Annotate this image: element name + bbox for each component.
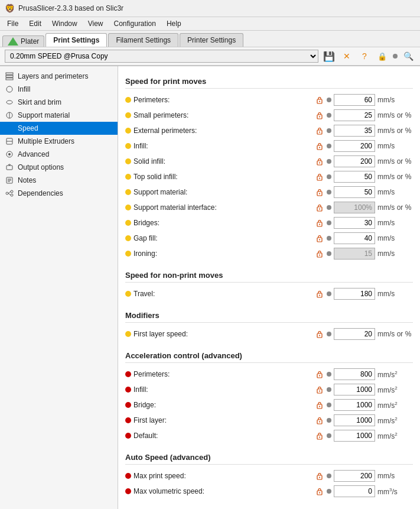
setting-input[interactable]	[334, 328, 375, 340]
svg-point-36	[319, 193, 320, 194]
setting-input[interactable]	[334, 171, 375, 183]
setting-input[interactable]	[334, 186, 375, 198]
tab-bar: Plater Print Settings Filament Settings …	[0, 31, 420, 47]
svg-point-24	[319, 101, 320, 102]
setting-input[interactable]	[334, 399, 375, 411]
menu-window[interactable]: Window	[47, 18, 82, 29]
setting-row: Bridge:mm/s2	[125, 397, 413, 413]
help-button[interactable]: ?	[357, 50, 372, 63]
setting-input[interactable]	[334, 140, 375, 152]
svg-point-58	[319, 437, 320, 438]
svg-point-28	[319, 132, 320, 133]
sidebar-item-speed[interactable]: Speed	[0, 122, 118, 135]
setting-input[interactable]	[334, 94, 375, 106]
setting-input[interactable]	[334, 384, 375, 395]
lock-icon[interactable]	[315, 172, 324, 181]
setting-input[interactable]	[334, 470, 375, 482]
setting-label: First layer:	[134, 416, 240, 424]
lock-icon[interactable]	[315, 416, 324, 425]
tab-filament-settings[interactable]: Filament Settings	[108, 33, 178, 47]
tab-print-settings[interactable]: Print Settings	[45, 33, 107, 47]
setting-bullet	[327, 489, 331, 494]
yellow-dot	[125, 174, 131, 180]
save-button[interactable]: 💾	[322, 50, 336, 63]
extruder-icon	[5, 137, 14, 146]
sidebar-item-label: Output options	[18, 163, 64, 171]
red-dot	[125, 488, 131, 494]
setting-label: Small perimeters:	[134, 111, 240, 119]
lock-icon[interactable]	[315, 329, 324, 339]
lock-icon[interactable]	[315, 203, 324, 212]
output-icon	[5, 163, 14, 172]
lock-icon[interactable]	[315, 187, 324, 197]
lock-icon[interactable]	[315, 431, 324, 440]
lock-icon[interactable]	[315, 487, 324, 496]
lock-dot	[393, 54, 398, 59]
lock-icon[interactable]	[315, 111, 324, 120]
svg-point-46	[319, 295, 320, 296]
setting-input[interactable]	[334, 248, 375, 260]
setting-input[interactable]	[334, 155, 375, 167]
sidebar-item-label: Notes	[18, 176, 36, 184]
sidebar-item-multiple-extruders[interactable]: Multiple Extruders	[0, 135, 118, 148]
setting-input[interactable]	[334, 430, 375, 442]
menu-view[interactable]: View	[83, 18, 108, 29]
svg-point-20	[11, 194, 13, 196]
help-icon: ?	[362, 51, 367, 61]
svg-point-19	[11, 190, 13, 193]
menu-help[interactable]: Help	[162, 18, 186, 29]
setting-input[interactable]	[334, 125, 375, 137]
lock-icon[interactable]	[315, 95, 324, 105]
svg-rect-0	[6, 73, 13, 74]
lock-icon[interactable]	[315, 141, 324, 151]
menu-configuration[interactable]: Configuration	[109, 18, 161, 29]
setting-bullet	[327, 144, 331, 148]
sidebar-item-output-options[interactable]: Output options	[0, 161, 118, 174]
notes-icon	[5, 176, 14, 185]
setting-input[interactable]	[334, 232, 375, 244]
setting-input[interactable]	[334, 485, 375, 497]
lock-icon[interactable]	[315, 126, 324, 135]
setting-unit: mm/s or %	[377, 157, 413, 166]
setting-unit: mm/s2	[377, 385, 413, 394]
sidebar-item-support-material[interactable]: Support material	[0, 109, 118, 122]
yellow-dot	[125, 112, 131, 118]
setting-input[interactable]	[334, 202, 375, 213]
lock-button[interactable]: 🔒	[375, 50, 389, 63]
profile-select[interactable]: 0.20mm SPEED @Prusa Copy	[5, 50, 318, 63]
svg-point-38	[319, 209, 320, 210]
setting-input[interactable]	[334, 368, 375, 380]
setting-unit: mm/s or %	[377, 203, 413, 212]
lock-icon[interactable]	[315, 218, 324, 228]
sidebar-item-notes[interactable]: Notes	[0, 174, 118, 187]
lock-icon[interactable]	[315, 249, 324, 258]
tab-plater[interactable]: Plater	[2, 35, 44, 47]
sidebar-item-layers-perimeters[interactable]: Layers and perimeters	[0, 70, 118, 83]
setting-input[interactable]	[334, 109, 375, 121]
app-icon: 🦁	[5, 4, 15, 13]
lock-icon[interactable]	[315, 234, 324, 243]
sidebar-item-infill[interactable]: Infill	[0, 83, 118, 96]
lock-icon[interactable]	[315, 369, 324, 379]
search-button[interactable]: 🔍	[401, 50, 415, 63]
lock-icon[interactable]	[315, 157, 324, 166]
svg-point-40	[319, 224, 320, 225]
lock-icon[interactable]	[315, 400, 324, 410]
setting-input[interactable]	[334, 414, 375, 426]
lock-icon[interactable]	[315, 471, 324, 481]
menu-file[interactable]: File	[2, 18, 23, 29]
setting-input[interactable]	[334, 217, 375, 229]
tab-printer-settings[interactable]: Printer Settings	[180, 33, 243, 47]
setting-input[interactable]	[334, 288, 375, 300]
lock-icon[interactable]	[315, 289, 324, 299]
setting-unit: mm/s	[377, 142, 413, 150]
speed-print-section: Perimeters:mm/sSmall perimeters:mm/s or …	[125, 92, 413, 261]
menu-edit[interactable]: Edit	[24, 18, 46, 29]
lock-icon[interactable]	[315, 385, 324, 394]
yellow-dot	[125, 97, 131, 103]
sidebar-item-advanced[interactable]: Advanced	[0, 148, 118, 161]
setting-unit: mm/s	[377, 234, 413, 242]
cancel-button[interactable]: ✕	[340, 50, 354, 63]
sidebar-item-skirt-brim[interactable]: Skirt and brim	[0, 96, 118, 109]
sidebar-item-dependencies[interactable]: Dependencies	[0, 187, 118, 200]
